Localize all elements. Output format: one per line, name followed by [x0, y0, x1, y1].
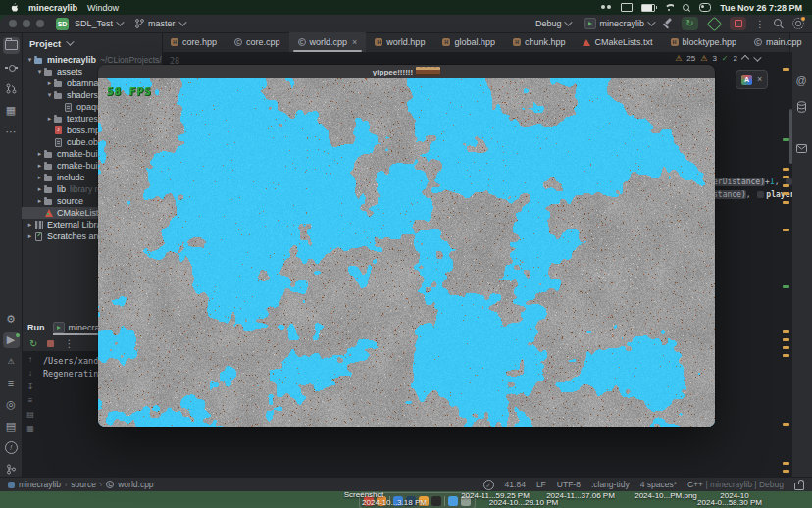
tab-blocktype.hpp[interactable]: Hblocktype.hpp — [662, 32, 746, 52]
run-tool-icon[interactable]: ▶ — [3, 332, 20, 349]
chevron-right-icon[interactable]: ▸ — [35, 150, 44, 158]
control-center-icon[interactable] — [699, 3, 711, 12]
problems-tool-icon[interactable]: ! — [3, 439, 20, 456]
scroll-up-icon[interactable]: ↑ — [28, 355, 32, 364]
spotlight-search-icon[interactable] — [683, 4, 690, 12]
chevron-down-icon[interactable]: ▾ — [45, 91, 54, 99]
dock-app-icon[interactable] — [431, 496, 441, 506]
search-everywhere-icon[interactable] — [774, 19, 784, 28]
stop-button[interactable] — [730, 17, 746, 30]
ai-assistant-icon[interactable]: @ — [793, 72, 810, 88]
prev-issue-chevron-icon[interactable] — [741, 54, 749, 62]
chevron-right-icon[interactable]: ▸ — [35, 185, 44, 193]
close-icon[interactable]: × — [757, 75, 762, 84]
more-tools-icon[interactable]: ⋯ — [3, 124, 20, 140]
rerun-button[interactable]: ↻ — [682, 17, 698, 30]
tab-main.cpp[interactable]: Cmain.cpp — [745, 32, 811, 52]
project-selector[interactable]: SDL_Test — [75, 19, 122, 28]
minimize-window-button[interactable] — [23, 20, 30, 27]
desktop-file-label[interactable]: 2024-10...29.10 PM — [489, 498, 558, 507]
clang-tidy-status[interactable]: .clang-tidy — [591, 480, 630, 489]
breadcrumb-project[interactable]: minecraylib — [19, 480, 61, 489]
desktop-file-label[interactable]: 2024-0...58.30 PM — [697, 498, 762, 507]
services-gear-icon[interactable]: ⚙ — [3, 311, 20, 328]
ai-floating-widget[interactable]: A × — [736, 70, 768, 89]
line-separator[interactable]: LF — [536, 480, 546, 489]
chevron-right-icon[interactable]: ▸ — [35, 162, 44, 170]
debug-tool-icon[interactable]: ◎ — [3, 396, 20, 413]
terminal-tool-icon[interactable]: ▤ — [3, 418, 20, 434]
branch-selector[interactable]: master — [148, 19, 184, 28]
database-tool-icon[interactable] — [793, 98, 810, 115]
inspections-widget[interactable]: ⚠25 ⚠3 ✓2 — [675, 54, 759, 63]
desktop-file-label[interactable]: 2024-10...PM.png — [634, 491, 697, 500]
indent-style[interactable]: 4 spaces* — [640, 480, 677, 489]
pull-requests-icon[interactable] — [3, 80, 20, 97]
tab-global.hpp[interactable]: Hglobal.hpp — [433, 32, 504, 52]
tab-core.cpp[interactable]: Ccore.cpp — [226, 32, 289, 52]
zoom-window-button[interactable] — [36, 20, 44, 27]
chevron-right-icon[interactable]: ▸ — [45, 115, 54, 123]
todo-tool-icon[interactable]: ≡ — [3, 375, 20, 391]
tab-CMakeLists.txt[interactable]: CMakeLists.txt — [574, 32, 661, 52]
editor-scrollbar[interactable] — [789, 109, 792, 164]
desktop-file-label[interactable]: 2024-10...3.18 PM — [362, 498, 427, 507]
scroll-down-icon[interactable]: ↓ — [28, 369, 32, 378]
profiler-button[interactable] — [707, 17, 721, 30]
chevron-down-icon[interactable]: ▾ — [25, 56, 34, 64]
rerun-icon[interactable]: ↻ — [29, 338, 37, 349]
tab-core.hpp[interactable]: Hcore.hpp — [162, 32, 226, 52]
chevron-right-icon[interactable]: ▸ — [25, 232, 34, 240]
scroll-to-end-icon[interactable]: ↧ — [27, 382, 34, 391]
more-actions-icon[interactable]: ⋮ — [755, 19, 765, 29]
game-window[interactable]: yippee!!!!!! 58 FPS — [98, 65, 715, 427]
menubar-item-window[interactable]: Window — [87, 3, 119, 13]
chevron-right-icon[interactable]: ▸ — [45, 79, 54, 87]
dock-folder-icon[interactable] — [448, 496, 458, 506]
readonly-lock-icon[interactable] — [794, 483, 804, 490]
resolve-context[interactable]: C++ | minecraylib | Debug — [687, 480, 784, 489]
inspections-status-icon[interactable]: ✓ — [483, 480, 494, 490]
settings-gear-icon[interactable] — [792, 18, 804, 29]
breadcrumb[interactable]: minecraylib › source › C world.cpp — [8, 480, 154, 489]
chevron-right-icon[interactable]: ▸ — [35, 174, 44, 181]
print-icon[interactable]: ▤ — [26, 410, 34, 419]
stop-icon[interactable] — [47, 340, 54, 347]
chevron-right-icon[interactable]: ▸ — [25, 221, 34, 229]
menubar-clock[interactable]: Tue Nov 26 7:28 PM — [720, 3, 802, 13]
mail-tool-icon[interactable] — [793, 140, 810, 157]
build-tool-icon[interactable]: ⚠ — [3, 353, 20, 370]
wifi-icon[interactable] — [664, 4, 674, 12]
game-window-titlebar[interactable]: yippee!!!!!! — [98, 65, 715, 78]
close-tab-icon[interactable]: × — [352, 37, 357, 47]
tab-world.hpp[interactable]: Hworld.hpp — [366, 32, 433, 52]
build-hammer-icon[interactable] — [662, 19, 673, 29]
world-map-canvas[interactable] — [98, 78, 715, 427]
screen-sharing-icon[interactable] — [601, 4, 612, 11]
battery-icon[interactable] — [641, 4, 655, 12]
breadcrumb-dir[interactable]: source — [71, 480, 96, 489]
more-options-icon[interactable]: ⋮ — [64, 338, 74, 349]
menubar-app-name[interactable]: minecraylib — [28, 3, 77, 13]
commit-tool-icon[interactable] — [3, 59, 20, 76]
vcs-branch-icon[interactable] — [3, 461, 20, 478]
breadcrumb-file[interactable]: world.cpp — [118, 480, 153, 489]
tab-world.cpp[interactable]: Cworld.cpp× — [289, 32, 367, 52]
soft-wrap-icon[interactable]: ≡ — [28, 396, 33, 405]
game-viewport[interactable]: 58 FPS — [98, 78, 715, 427]
run-config-selector[interactable]: minecraylib — [584, 18, 653, 29]
mode-selector[interactable]: Debug — [535, 19, 571, 28]
file-encoding[interactable]: UTF-8 — [557, 480, 581, 489]
project-panel-header[interactable]: Project — [22, 32, 162, 54]
tab-chunk.hpp[interactable]: Hchunk.hpp — [504, 32, 575, 52]
chevron-right-icon[interactable]: ▸ — [35, 197, 44, 205]
display-icon[interactable] — [621, 3, 633, 12]
error-stripe[interactable] — [783, 52, 789, 478]
close-window-button[interactable] — [9, 20, 17, 27]
apple-menu-icon[interactable] — [10, 3, 19, 13]
clear-console-icon[interactable]: ▦ — [26, 424, 34, 432]
structure-tool-icon[interactable]: ▦ — [3, 102, 20, 119]
chevron-down-icon[interactable]: ▾ — [35, 68, 44, 76]
next-issue-chevron-icon[interactable] — [753, 53, 761, 61]
caret-position[interactable]: 41:84 — [505, 480, 526, 489]
